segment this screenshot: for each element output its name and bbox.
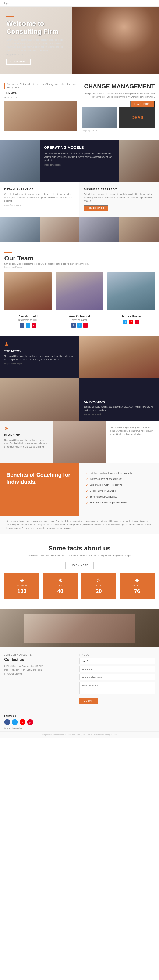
footer-newsletter-label: JOIN OUR NEWSLETTER <box>4 654 75 656</box>
business-strategy-col: BUSINESS STRATEGY Qui mihi dolori sit am… <box>80 183 159 217</box>
facts-title: Some facts about us <box>4 545 155 552</box>
automation-right: AUTOMATION Sed blandit libero volutpat s… <box>80 378 159 421</box>
footer-email-input[interactable] <box>80 674 155 680</box>
footer: JOIN OUR NEWSLETTER Contact us 2976 US S… <box>0 648 159 710</box>
follow-section: Follow us f t y p ©2021 Privacy policy <box>0 710 159 732</box>
footer-name-input-1[interactable] <box>80 658 155 664</box>
biz-strategy-text: Qui mihi dolori sit amet, in consectetum… <box>84 192 155 203</box>
cm-learn-more-button[interactable]: LEARN MORE <box>130 101 155 107</box>
jeffrey-youtube-icon[interactable]: y <box>128 320 133 325</box>
benefit-text-1: Establish and act toward achieving goals <box>90 471 132 475</box>
header: logo <box>0 0 159 6</box>
logo: logo <box>4 2 9 5</box>
ann-pinterest-icon[interactable]: p <box>83 323 88 328</box>
facts-learn-more-button[interactable]: LEARN MORE <box>65 562 94 569</box>
hero-accent-bar <box>6 16 14 17</box>
follow-youtube-icon[interactable]: y <box>19 719 26 725</box>
cm-credit: Images by Freepik <box>82 130 155 132</box>
follow-title: Follow us <box>4 714 155 718</box>
menu-button[interactable] <box>151 2 155 5</box>
follow-twitter-icon[interactable]: t <box>12 719 18 725</box>
person-image-2 <box>40 217 80 242</box>
benefit-check-6: ✓ <box>86 501 88 504</box>
alex-twitter-icon[interactable]: t <box>26 323 31 328</box>
data-biz-section: DATA & ANALYTICS Qui mihi dolori sit ame… <box>0 183 159 217</box>
cm-title: CHANGE MANAGEMENT <box>82 83 155 90</box>
jeffrey-bar <box>108 312 155 312</box>
alex-name: Alex Grinfield <box>4 315 51 318</box>
change-management-section: Sample text. Click to select the text bo… <box>0 74 159 140</box>
benefits-left: Benefits of Coaching for Individuals. <box>0 463 80 515</box>
alex-pinterest-icon[interactable]: p <box>32 323 36 328</box>
footer-submit-button[interactable]: SUBMIT <box>80 698 98 704</box>
planning-left: ⚙ PLANNING Sed blandit libero volutpat s… <box>0 421 53 463</box>
footer-contact-title: Contact us <box>4 657 75 662</box>
fact-card-awards: ◆ AWARDS 76 <box>120 573 155 599</box>
person-image-3 <box>80 217 119 242</box>
ann-social: f t p <box>56 323 103 328</box>
benefit-check-4: ✓ <box>86 490 88 493</box>
person-images-row <box>0 217 159 242</box>
ann-bar <box>56 312 103 312</box>
privacy-policy-link[interactable]: ©2021 Privacy policy <box>4 727 155 729</box>
follow-facebook-icon[interactable]: f <box>4 719 10 725</box>
strategy-credit: Images from Freepik <box>4 363 75 365</box>
jeffrey-twitter-icon[interactable]: t <box>123 320 127 325</box>
fact-icon-projects: ◈ <box>7 578 36 583</box>
benefit-text-5: Build Personal Confidence <box>90 495 117 498</box>
cm-image-3: IDEAS <box>119 107 155 128</box>
facts-subtext: Sample text. Click to select the text bo… <box>27 554 133 557</box>
our-team-section: Our Team Sample text. Click to select th… <box>0 242 159 336</box>
facts-grid: ◈ PROJECTS 100 ◉ CLIENTS 40 ◎ OUR TEAM 2… <box>4 573 155 599</box>
fact-number-projects: 100 <box>7 588 36 595</box>
cm-author-title: creative leader <box>4 97 77 99</box>
strategy-icon: ♟ <box>4 341 75 347</box>
jeffrey-photo <box>108 272 155 310</box>
benefit-text-3: Safe Place to Gain Perspective <box>90 483 122 487</box>
cm-author: – Roy Smith <box>4 92 77 94</box>
fact-number-team: 20 <box>84 588 113 595</box>
alex-bar <box>4 312 51 312</box>
cm-inner: Sample text. Click to select the text bo… <box>4 83 155 132</box>
jeffrey-pinterest-icon[interactable]: p <box>135 320 139 325</box>
hero-person-image <box>72 6 159 74</box>
fact-card-clients: ◉ CLIENTS 40 <box>43 573 78 599</box>
fact-number-clients: 40 <box>46 588 75 595</box>
hero-section: Welcome to Consulting Firm Lorem ipsum d… <box>0 6 159 74</box>
benefits-section: Benefits of Coaching for Individuals. ✓ … <box>0 463 159 515</box>
planning-section: ⚙ PLANNING Sed blandit libero volutpat s… <box>0 421 159 463</box>
hero-learn-more-button[interactable]: LEARN MORE <box>6 59 31 65</box>
footer-name-input-2[interactable] <box>80 666 155 672</box>
automation-title: AUTOMATION <box>84 400 155 404</box>
cm-text: Sample text. Click to select the text bo… <box>82 92 155 99</box>
op-center: OPERATING MODELS Qui mihi dolori sit ame… <box>40 140 119 183</box>
benefit-text-6: Boost your networking opportunities <box>90 501 127 504</box>
our-team-subtext: Sample text. Click to select the text bo… <box>4 263 155 265</box>
ann-twitter-icon[interactable]: t <box>77 323 82 328</box>
cm-image-2 <box>82 107 117 128</box>
fact-number-awards: 76 <box>123 588 152 595</box>
automation-text: Sed blandit libero volutpat sed cras orn… <box>84 405 155 412</box>
strategy-text: Sed blandit libero volutpat sed cras orn… <box>4 355 75 361</box>
bottom-credit-text: Sample text. Click to select the text bo… <box>4 734 155 736</box>
footer-right: FIND US SUBMIT <box>80 654 155 704</box>
ann-facebook-icon[interactable]: f <box>71 323 76 328</box>
cm-right: CHANGE MANAGEMENT Sample text. Click to … <box>82 83 155 132</box>
biz-strategy-button[interactable]: LEARN MORE <box>84 205 108 212</box>
fact-label-projects: PROJECTS <box>7 584 36 587</box>
footer-email: info@example.com <box>4 672 75 676</box>
strategy-right <box>80 336 159 378</box>
alex-role: programming guru <box>4 319 51 321</box>
benefits-right: ✓ Establish and act toward achieving goa… <box>80 463 159 515</box>
alex-photo <box>4 272 51 310</box>
hero-text: Lorem ipsum dolor sit amet, consectetur … <box>6 38 67 52</box>
follow-pinterest-icon[interactable]: p <box>27 719 33 725</box>
alex-facebook-icon[interactable]: f <box>20 323 24 328</box>
strategy-left: ♟ STRATEGY Sed blandit libero volutpat s… <box>0 336 80 378</box>
footer-message-input[interactable] <box>80 682 155 694</box>
footer-info: 2976 US Sanchez Avenue, 755-694-7061 Mon… <box>4 664 75 676</box>
bottom-credit: Sample text. Click to select the text bo… <box>0 732 159 738</box>
team-card-ann: Ann Richmond creative leader f t p <box>56 272 103 328</box>
footer-address: 2976 US Sanchez Avenue, 755-694-7061 <box>4 664 75 668</box>
cm-images: IDEAS <box>82 107 155 128</box>
